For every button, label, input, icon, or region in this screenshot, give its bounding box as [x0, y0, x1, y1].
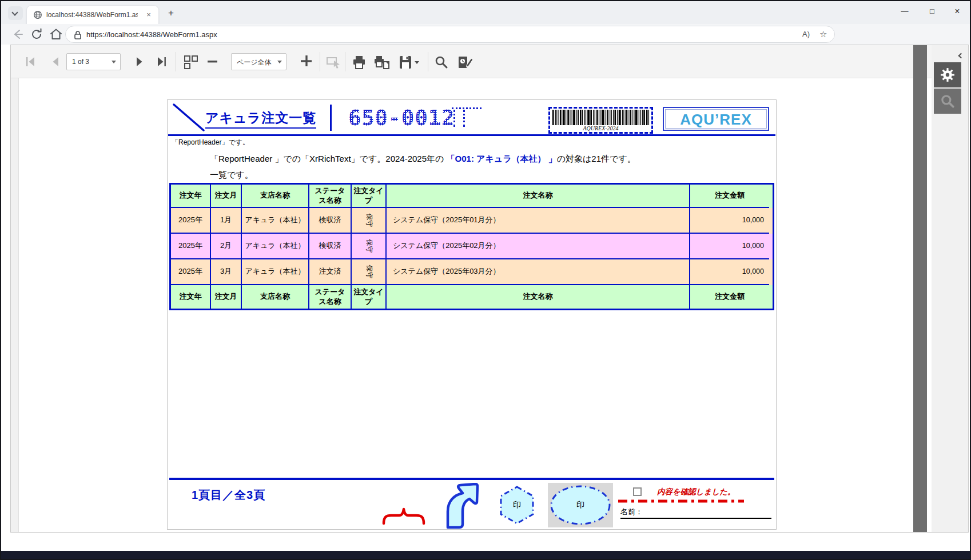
zoom-selector-value: ページ全体: [237, 58, 272, 67]
chevron-down-icon: [277, 61, 282, 63]
chevron-down-icon: [112, 61, 116, 63]
page-indicator-combo[interactable]: 1 of 3: [66, 53, 121, 70]
col-header-branch: 支店名称: [242, 285, 309, 309]
cell-type: 保守: [352, 234, 387, 259]
next-page-button[interactable]: [133, 55, 146, 69]
window-close-button[interactable]: ×: [945, 1, 970, 22]
vertical-scrollbar[interactable]: [913, 45, 927, 532]
cell-branch: アキュラ（本社）: [242, 259, 309, 285]
cell-amount: 10,000: [690, 259, 769, 285]
back-button[interactable]: [9, 26, 25, 42]
confirm-label: 内容を確認しました。: [657, 487, 735, 497]
col-header-status: ステータス名称: [309, 185, 352, 208]
read-aloud-icon[interactable]: A): [802, 30, 810, 38]
toolbar-separator: [345, 52, 345, 71]
col-header-name: 注文名称: [387, 185, 690, 208]
stamp-hexagon: 印: [498, 485, 536, 525]
header-divider-line: [330, 105, 332, 131]
search-icon: [940, 93, 956, 109]
postal-code-text: 650-0012: [348, 106, 455, 130]
cell-status: 検収済: [309, 208, 352, 234]
stamp-ellipse-panel: 印: [548, 483, 613, 527]
favorite-star-icon[interactable]: ☆: [819, 29, 827, 39]
cell-year: 2025年: [171, 259, 211, 285]
viewer-toolbar: 1 of 3 ページ全体: [11, 45, 968, 78]
browser-tab[interactable]: localhost:44388/WebForm1.aspx ×: [26, 5, 159, 24]
rich-text-prefix: 「ReportHeader 」での「XrRichText」です。2024-202…: [210, 154, 447, 163]
lock-icon: [73, 30, 82, 40]
zoom-in-button[interactable]: [299, 54, 314, 67]
first-page-button[interactable]: [23, 55, 37, 69]
navigation-bar: https://localhost:44388/WebForm1.aspx A)…: [1, 24, 970, 45]
rich-text-line2: 一覧です。: [210, 170, 253, 181]
stamp-label: 印: [548, 500, 613, 510]
cell-order-name: システム保守（2025年02月分）: [387, 234, 690, 259]
panel-collapse-button[interactable]: [957, 52, 965, 60]
search-panel-button[interactable]: [934, 89, 961, 114]
tab-bar: localhost:44388/WebForm1.aspx × + — □ ×: [1, 1, 970, 24]
col-header-name: 注文名称: [387, 285, 690, 309]
stamp-label: 印: [498, 500, 536, 510]
cell-type-vertical-text: 保守: [364, 214, 373, 227]
url-text: https://localhost:44388/WebForm1.aspx: [86, 30, 217, 39]
cell-status: 検収済: [309, 234, 352, 259]
col-header-year: 注文年: [171, 285, 211, 309]
print-page-button[interactable]: [373, 55, 391, 69]
zoom-selector-combo[interactable]: ページ全体: [231, 53, 286, 70]
highlight-editing-fields-button[interactable]: [326, 55, 342, 69]
cell-type-vertical-text: 保守: [364, 265, 373, 279]
export-button[interactable]: [399, 55, 420, 69]
name-label: 名前：: [620, 507, 643, 517]
refresh-button[interactable]: [29, 26, 45, 42]
report-viewer: 1 of 3 ページ全体: [10, 45, 969, 533]
multipage-view-button[interactable]: [184, 55, 200, 69]
tab-search-button[interactable]: [8, 6, 23, 20]
rich-text-highlight: 「O01: アキュラ（本社） 」: [447, 154, 557, 163]
company-logo: AQU’REX: [663, 107, 769, 131]
brace-shape: [381, 505, 426, 525]
arrow-up-right-shape: [440, 483, 484, 530]
browser-chrome: localhost:44388/WebForm1.aspx × + — □ × …: [1, 1, 970, 45]
search-button[interactable]: [434, 55, 449, 69]
last-page-button[interactable]: [155, 55, 169, 69]
zoom-out-button[interactable]: [206, 56, 220, 70]
cell-type: 保守: [352, 259, 387, 285]
tab-close-button[interactable]: ×: [144, 10, 154, 20]
red-dash-line: [618, 499, 744, 503]
report-title: アキュラ注文一覧: [205, 109, 316, 129]
gear-icon: [940, 67, 956, 83]
cell-order-name: システム保守（2025年01月分）: [387, 208, 690, 234]
confirm-checkbox[interactable]: [633, 487, 642, 496]
barcode-bars: [551, 110, 650, 125]
print-button[interactable]: [352, 55, 367, 69]
report-page: アキュラ注文一覧 650-0012 AQUREX-2024 AQU’REX 「R…: [167, 99, 777, 530]
globe-icon: [33, 10, 42, 19]
order-table: 注文年 注文月 支店名称 ステータス名称 注文タイプ 注文名称 注文金額 202…: [169, 183, 774, 310]
address-bar[interactable]: https://localhost:44388/WebForm1.aspx A)…: [65, 26, 835, 43]
chevron-left-icon: [958, 53, 964, 59]
col-header-branch: 支店名称: [242, 185, 309, 208]
home-button[interactable]: [48, 26, 64, 42]
cell-order-name: システム保守（2025年03月分）: [387, 259, 690, 285]
cell-type-vertical-text: 保守: [364, 239, 373, 253]
postal-code: 650-0012: [348, 106, 455, 130]
previous-page-button[interactable]: [49, 55, 62, 69]
page-indicator-value: 1 of 3: [72, 58, 89, 66]
dotted-line-shape: [463, 110, 465, 127]
settings-panel-button[interactable]: [934, 62, 961, 87]
cell-branch: アキュラ（本社）: [242, 234, 309, 259]
cell-month: 3月: [211, 259, 242, 285]
window-minimize-button[interactable]: —: [892, 1, 917, 22]
window-maximize-button[interactable]: □: [920, 1, 945, 22]
col-header-status: ステータス名称: [309, 285, 352, 309]
new-tab-button[interactable]: +: [165, 7, 177, 19]
edit-document-button[interactable]: [457, 55, 473, 69]
cell-month: 1月: [211, 208, 242, 234]
report-header-note: 「ReportHeader」です。: [172, 138, 249, 147]
barcode-label: AQUREX-2024: [550, 125, 651, 131]
cell-amount: 10,000: [690, 208, 769, 234]
col-header-amount: 注文金額: [690, 185, 769, 208]
barcode: AQUREX-2024: [548, 107, 653, 134]
document-area: アキュラ注文一覧 650-0012 AQUREX-2024 AQU’REX 「R…: [11, 78, 913, 532]
left-gutter: [11, 78, 19, 532]
